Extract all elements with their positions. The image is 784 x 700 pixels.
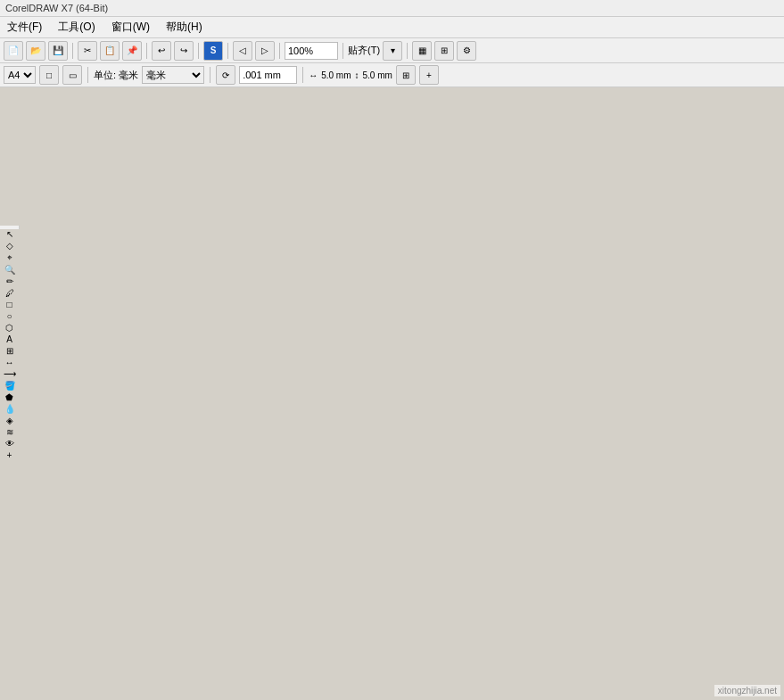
watermark: xitongzhijia.net [714, 685, 780, 696]
polygon-tool[interactable]: ⬡ [2, 323, 18, 333]
size-w-value: 5.0 mm [321, 70, 351, 80]
sep10 [302, 67, 303, 83]
size-expand-btn[interactable]: ⊞ [396, 65, 416, 85]
smart-fill-tool[interactable]: ⬟ [2, 392, 18, 402]
view-btn[interactable]: ▦ [412, 41, 432, 61]
sep2 [146, 43, 147, 59]
crop-tool[interactable]: ⌖ [2, 252, 18, 263]
sep3 [198, 43, 199, 59]
more-btn[interactable]: ⚙ [457, 41, 476, 61]
new-btn[interactable]: 📄 [4, 41, 23, 61]
plus-btn[interactable]: + [419, 65, 439, 85]
size-h-value: 5.0 mm [362, 70, 392, 80]
paste-btn[interactable]: 📌 [122, 41, 142, 61]
snap-label: 贴齐(T) [348, 44, 380, 57]
dimension-tool[interactable]: ↔ [2, 358, 18, 367]
sep8 [87, 67, 88, 83]
layout-btn[interactable]: ⊞ [434, 41, 454, 61]
redo-btn[interactable]: ↪ [174, 41, 194, 61]
menu-bar: 文件(F) 工具(O) 窗口(W) 帮助(H) [0, 17, 784, 38]
copy-btn[interactable]: 📋 [100, 41, 120, 61]
tool-palette: ↖ ◇ ⌖ 🔍 ✏ 🖊 □ ○ ⬡ A ⊞ ↔ ⟶ 🪣 ⬟ 💧 ◈ ≋ 👁 + [0, 226, 20, 229]
paper-size-select[interactable]: A4 [4, 66, 36, 84]
unit-select[interactable]: 毫米 [142, 66, 204, 84]
select-tool[interactable]: ↖ [2, 229, 18, 239]
open-btn-tb[interactable]: 📂 [26, 41, 45, 61]
connector-tool[interactable]: ⟶ [2, 369, 18, 379]
color-tool[interactable]: 💧 [2, 404, 18, 414]
cut-btn[interactable]: ✂ [78, 41, 97, 61]
sep5 [279, 43, 280, 59]
zoom-in-btn[interactable]: ▷ [255, 41, 275, 61]
snap-dropdown[interactable]: ▾ [383, 41, 402, 61]
size-w-label: ↔ [309, 70, 318, 80]
menu-help[interactable]: 帮助(H) [162, 19, 206, 36]
ellipse-tool[interactable]: ○ [2, 311, 18, 321]
freehand-tool[interactable]: ✏ [2, 276, 18, 286]
title-text: CorelDRAW X7 (64-Bit) [5, 3, 108, 13]
sep4 [227, 43, 228, 59]
unit-label: 单位: 毫米 [94, 69, 138, 82]
sep6 [342, 43, 343, 59]
zoom-out-btn[interactable]: ◁ [233, 41, 252, 61]
sep9 [210, 67, 210, 83]
save-btn[interactable]: 💾 [48, 41, 68, 61]
sep1 [72, 43, 73, 59]
interactive-tool[interactable]: ◈ [2, 416, 18, 425]
nudge-icon: ⟳ [216, 65, 235, 85]
sep7 [407, 43, 408, 59]
size-h-label: ↕ [354, 70, 359, 80]
table-tool[interactable]: ⊞ [2, 346, 18, 356]
artpen-tool[interactable]: 🖊 [2, 288, 18, 298]
menu-window[interactable]: 窗口(W) [108, 19, 153, 36]
plus-tool[interactable]: + [2, 450, 18, 460]
title-bar: CorelDRAW X7 (64-Bit) [0, 0, 784, 17]
zoom-tool[interactable]: 🔍 [2, 265, 18, 275]
paper-orient-btn[interactable]: □ [39, 65, 59, 85]
paper-landscape-btn[interactable]: ▭ [62, 65, 82, 85]
rect-tool[interactable]: □ [2, 300, 18, 309]
text-tool[interactable]: A [2, 334, 18, 344]
eye-tool[interactable]: 👁 [2, 439, 18, 449]
zoom-input[interactable] [285, 42, 338, 60]
blend-tool[interactable]: ≋ [2, 427, 18, 437]
menu-file[interactable]: 文件(F) [4, 19, 45, 36]
undo-btn[interactable]: ↩ [152, 41, 171, 61]
main-toolbar: 📄 📂 💾 ✂ 📋 📌 ↩ ↪ S ◁ ▷ 贴齐(T) ▾ ▦ ⊞ ⚙ [0, 38, 784, 63]
fill-tool[interactable]: 🪣 [2, 381, 18, 391]
nudge-input[interactable] [239, 66, 297, 84]
secondary-toolbar: A4 □ ▭ 单位: 毫米 毫米 ⟳ ↔ 5.0 mm ↕ 5.0 mm ⊞ + [0, 63, 784, 87]
shape-tool[interactable]: ◇ [2, 241, 18, 251]
menu-tools[interactable]: 工具(O) [54, 19, 98, 36]
import-btn[interactable]: S [203, 41, 223, 61]
